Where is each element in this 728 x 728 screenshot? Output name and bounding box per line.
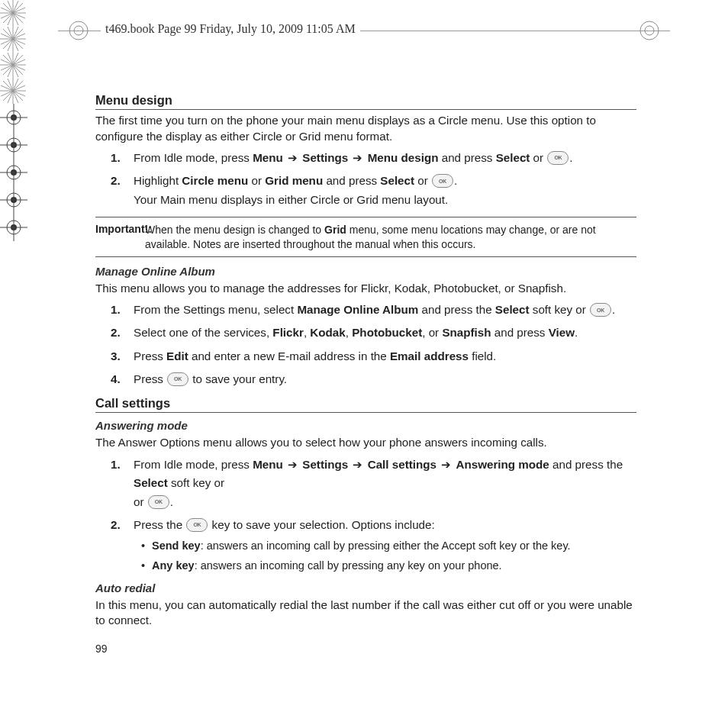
svg-point-55	[645, 26, 654, 35]
heading-menu-design: Menu design	[95, 93, 636, 110]
answering-option-any-key: Any key: answers an incoming call by pre…	[141, 557, 636, 575]
heading-auto-redial: Auto redial	[95, 581, 636, 594]
header-ring-left	[67, 19, 90, 42]
manage-album-step-1: From the Settings menu, select Manage On…	[111, 301, 636, 319]
crop-star-tl	[0, 0, 26, 26]
header-ring-right	[638, 19, 661, 42]
header-text: t469.book Page 99 Friday, July 10, 2009 …	[101, 22, 360, 36]
ok-icon: OK	[590, 303, 611, 317]
auto-redial-text: In this menu, you can automatically redi…	[95, 598, 636, 629]
important-note: Important!: When the menu design is chan…	[95, 217, 636, 257]
crop-star-br	[0, 78, 26, 104]
heading-manage-online-album: Manage Online Album	[95, 265, 636, 278]
manage-album-step-4: Press OK to save your entry.	[111, 370, 636, 388]
menu-design-step-2: Highlight Circle menu or Grid menu and p…	[111, 172, 636, 209]
crop-crosshair-br	[0, 214, 27, 241]
svg-point-52	[69, 21, 88, 40]
manage-album-step-3: Press Edit and enter a new E-mail addres…	[111, 347, 636, 366]
menu-design-intro: The first time you turn on the phone you…	[95, 113, 636, 144]
page-content: Menu design The first time you turn on t…	[95, 85, 636, 655]
manage-album-step-2: Select one of the services, Flickr, Koda…	[111, 324, 636, 342]
heading-answering-mode: Answering mode	[95, 419, 636, 432]
answering-step-1: From Idle mode, press Menu ➔ Settings ➔ …	[111, 456, 636, 511]
crop-crosshair-tl	[0, 104, 27, 131]
crop-star-bl	[0, 52, 26, 78]
manage-album-intro: This menu allows you to manage the addre…	[95, 281, 636, 297]
ok-icon: OK	[186, 518, 208, 532]
answering-intro: The Answer Options menu allows you to se…	[95, 435, 636, 451]
crop-crosshair-bc	[0, 186, 27, 214]
svg-point-53	[74, 26, 83, 35]
menu-design-step-1: From Idle mode, press Menu ➔ Settings ➔ …	[111, 149, 636, 167]
heading-call-settings: Call settings	[95, 396, 636, 413]
answering-option-send-key: Send key: answers an incoming call by pr…	[141, 537, 636, 555]
svg-point-54	[640, 21, 659, 40]
page-number: 99	[95, 643, 636, 655]
answering-step-2: Press the OK key to save your selection.…	[111, 516, 636, 575]
ok-icon: OK	[148, 495, 169, 509]
crop-star-tr	[0, 26, 26, 52]
ok-icon: OK	[432, 174, 453, 188]
ok-icon: OK	[167, 372, 188, 386]
crop-crosshair-tr	[0, 131, 27, 159]
ok-icon: OK	[547, 151, 569, 165]
crop-crosshair-bl	[0, 159, 27, 186]
